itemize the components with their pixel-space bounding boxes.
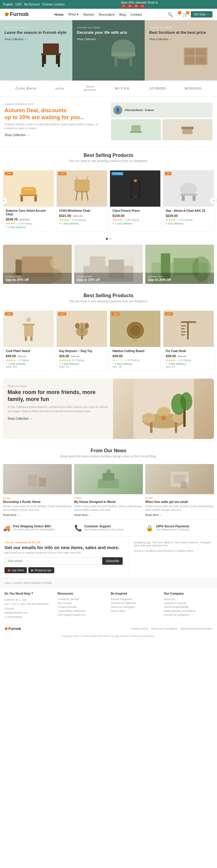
hero-link-2[interactable]: Shop Collection →: [77, 38, 127, 41]
news-link-2[interactable]: Read More →: [74, 514, 143, 517]
nav-blog[interactable]: Blog: [119, 13, 126, 16]
nav-contact[interactable]: Contact: [131, 13, 142, 16]
newsletter-apps: 🍎 App Store ▶ Shopping App: [4, 567, 123, 573]
products-prev-button[interactable]: ‹: [0, 197, 7, 204]
hero-slide-3[interactable]: 10% OFF ALL ITEMS Best furniture at the …: [145, 20, 217, 81]
category-discount-1: Upp to 25% off: [5, 278, 69, 281]
product-badge-2-2: -30%: [58, 312, 66, 316]
product-delivery-3: + 1 Day Delivery: [112, 222, 158, 225]
room-desc: At five, habitasse platea dictumst. Aene…: [7, 405, 108, 413]
hero-content-3: 10% OFF ALL ITEMS Best furniture at the …: [149, 26, 206, 41]
category-card-1[interactable]: Seasonal Sells Upp to 25% off: [3, 245, 72, 284]
hero-label-2: 10% OFF ALL ITEMS: [77, 26, 127, 29]
product-card-2-4[interactable]: -40% Fix Coat Hook $38.00 $49.00 ★★★★☆ 4…: [163, 310, 214, 371]
news-card-3[interactable]: Design When four walls get too small Don…: [145, 464, 214, 517]
news-title-1: Decorating a Rustic Home: [3, 500, 72, 503]
account-link[interactable]: My Account: [24, 3, 40, 6]
product-card-1[interactable]: -24% Dolprice Care Velvet Accent Chair $…: [3, 170, 54, 231]
product-delivery-4: 2 Day Delivery: [166, 222, 211, 225]
best-selling-2-header: Best Selling Products Visit our shop to …: [0, 287, 217, 306]
newsletter-section: Join our newsletter for $10 off Get our …: [0, 536, 217, 578]
news-card-1[interactable]: Design Decorating a Rustic Home Donec cu…: [3, 464, 72, 517]
product-price-2-1: $49.00: [6, 354, 16, 358]
category-discount-2: Upp to 25% off: [77, 278, 140, 281]
cart-icon[interactable]: 🛒 2: [183, 12, 188, 17]
footer-resource-link-1[interactable]: Customer Service: [58, 598, 106, 601]
language-selector[interactable]: English: [3, 3, 13, 6]
footer-resource-link-5[interactable]: Link Supply Chains Act: [58, 613, 106, 616]
brand-colin: Colin Barré: [15, 87, 36, 90]
footer-company-link-1[interactable]: About Us: [164, 598, 213, 601]
nav-home[interactable]: Home: [55, 13, 64, 16]
footer-company-link-5[interactable]: Furnob for Designers: [164, 613, 213, 616]
footer-resource-link-3[interactable]: Product Recalls: [58, 606, 106, 609]
footer-privacy-link[interactable]: Privacy Policy: [131, 627, 148, 630]
room-link[interactable]: Shop Collection →: [7, 417, 33, 420]
search-icon[interactable]: 🔍: [168, 12, 173, 17]
hero-link-3[interactable]: Shop Collection →: [149, 38, 206, 41]
newsletter-subscribe-button[interactable]: Subscribe: [102, 557, 123, 565]
newsletter-apps-label: Shopping App: Tour your ideas in Your Ro…: [134, 541, 213, 547]
footer-inspired-link-1[interactable]: Furnob Magazine: [111, 598, 159, 601]
products-next-button[interactable]: ›: [210, 197, 217, 204]
news-link-3[interactable]: Read More →: [145, 514, 214, 517]
svg-point-17: [189, 60, 190, 61]
footer-resource-link-2[interactable]: My Account: [58, 601, 106, 604]
news-img-1: [3, 464, 72, 494]
svg-rect-27: [24, 189, 33, 190]
product-card-2-2[interactable]: -30% Kay Bojesen – Dog Toy $35.00 $45.00…: [57, 310, 107, 371]
product-card-2[interactable]: -15% CH24 Wishbone Chair $321.00 $350.00: [57, 170, 107, 231]
footer-bottom: ⬟ Furnob Privacy Policy Terms and Condit…: [0, 624, 217, 633]
footer-inspired-link-2[interactable]: Journal Of Collection: [111, 601, 159, 604]
footer-refund-link[interactable]: Refund and Returns Policy: [180, 627, 213, 630]
news-link-1[interactable]: Read More →: [3, 514, 72, 517]
hero-slide-1[interactable]: 10% OFF ALL ITEMS Leave the season in Fu…: [0, 20, 72, 81]
footer-resource-link-4[interactable]: Accessibility Statement: [58, 610, 106, 613]
product-rating-2-2: 5.0 Rating: [72, 359, 84, 362]
feature-secure-text: 100% Secure Payments The highest level o…: [156, 525, 189, 531]
product-card-2-1[interactable]: -29% Cork Plant Stand $49.00 $60.00 ★★★★…: [3, 310, 54, 371]
deal-link[interactable]: Shop Collection →: [4, 133, 106, 137]
logo[interactable]: ⬟ Furnob: [4, 11, 29, 18]
countdown-extra: 41: [140, 4, 145, 8]
wishlist-icon[interactable]: ♡ 3: [176, 12, 180, 17]
hero-slide-2[interactable]: 10% OFF ALL ITEMS Decorate your life wit…: [72, 20, 145, 81]
footer-company-link-4[interactable]: Media Queries and Events: [164, 610, 213, 613]
nav-decoration[interactable]: Decoration: [99, 13, 115, 16]
product-name-2-2: Kay Bojesen – Dog Toy: [59, 349, 105, 353]
brand-joybird: JOYBIRD: [149, 87, 166, 90]
best-selling-2-title: Best Selling Products: [4, 293, 213, 299]
category-card-3[interactable]: Seasonal Sells Upp to 25% off: [145, 245, 214, 284]
product-card-2-3[interactable]: -29% Habitus Cutting Board $49.00 ★☆☆☆☆ …: [110, 310, 160, 371]
page-dot-1[interactable]: [106, 238, 108, 240]
room-content: Room For More Make room for more friends…: [3, 379, 113, 439]
news-card-2[interactable]: Design My House Designed in Wood Donec c…: [74, 464, 143, 517]
footer-company-link-3[interactable]: Social Responsibility: [164, 606, 213, 609]
product-card-3[interactable]: Trending Clara French Press $159.00 ★★★★…: [110, 170, 160, 231]
location-link[interactable]: Choose Location: [42, 3, 65, 6]
svg-rect-3: [58, 55, 60, 67]
category-card-2[interactable]: Seasonal Sells Upp to 25% off: [74, 245, 143, 284]
product-card-4[interactable]: -9% Hay - About A Chair AAC 22 $229.00 ★…: [163, 170, 214, 231]
play-store-button[interactable]: ▶ Shopping App: [28, 567, 54, 573]
product-delivery-1: + 1 Day Delivery: [6, 226, 51, 229]
footer-terms-link[interactable]: Terms and Conditions: [151, 627, 177, 630]
svg-rect-68: [81, 335, 83, 339]
page-dot-2[interactable]: [109, 238, 111, 240]
newsletter-email-input[interactable]: [4, 557, 101, 565]
product-price-3: $159.00: [112, 214, 124, 218]
nav-shop[interactable]: Shop ▾: [68, 12, 79, 16]
currency-selector[interactable]: USD: [15, 3, 22, 6]
product-pricing-2-1: $49.00 $60.00: [6, 354, 51, 358]
footer-company-link-2[interactable]: Careers At Furnob: [164, 601, 213, 604]
app-store-button[interactable]: 🍎 App Store: [4, 567, 27, 573]
hero-link-1[interactable]: Shop Collection →: [4, 38, 66, 41]
footer-inspired-link-4[interactable]: Room Ideas: [111, 610, 159, 613]
nav-kitchen[interactable]: Kitchen: [83, 13, 94, 16]
product-rating-2-4: 4.0 Rating: [179, 359, 191, 362]
footer-inspired-link-3[interactable]: Shop For Designers: [111, 606, 159, 609]
newsletter-terms[interactable]: Terms & Conditions and Privacy & Cookies…: [134, 549, 213, 552]
product-img-3: Trending: [110, 170, 160, 207]
newsletter-left: Join our newsletter for $10 off Get our …: [4, 541, 123, 573]
get-now-button[interactable]: Get Now →: [191, 11, 213, 18]
